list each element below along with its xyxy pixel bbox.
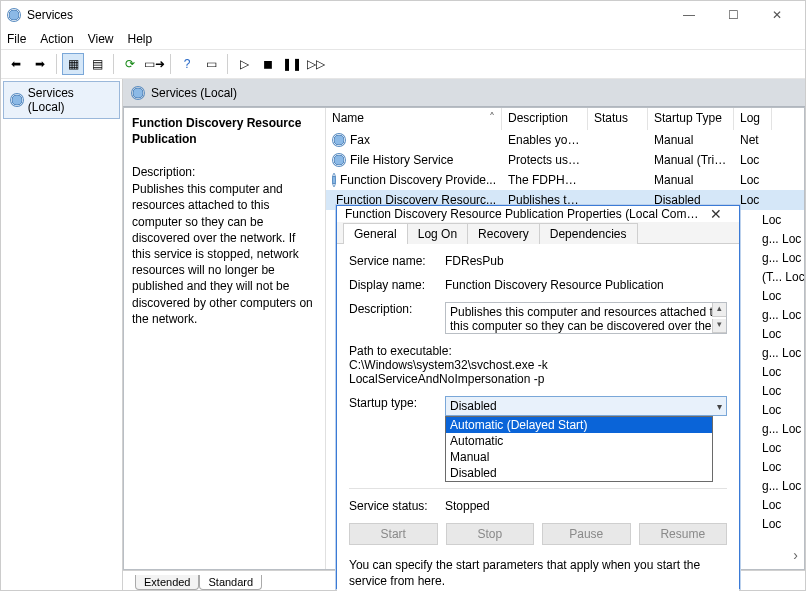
label-description: Description: [349,302,445,316]
col-startup[interactable]: Startup Type [648,108,734,130]
service-properties-dialog: Function Discovery Resource Publication … [336,205,740,589]
value-service-status: Stopped [445,499,727,513]
cell: Manual (Trig... [648,153,734,167]
cell: (T... Loc [756,267,804,286]
col-status[interactable]: Status [588,108,648,130]
scroll-right-icon[interactable]: › [793,547,798,563]
scroll-down-icon[interactable]: ▾ [712,319,726,333]
tab-recovery[interactable]: Recovery [467,223,540,244]
cell: Fax [350,133,370,147]
forward-button[interactable]: ➡ [29,53,51,75]
value-display-name: Function Discovery Resource Publication [445,278,727,292]
pause-service-button[interactable]: ❚❚ [281,53,303,75]
option-automatic-delayed[interactable]: Automatic (Delayed Start) [446,417,712,433]
startup-type-combo[interactable]: Disabled ▾ [445,396,727,416]
menu-file[interactable]: File [7,32,26,46]
services-icon [10,93,24,107]
description-box[interactable]: Publishes this computer and resources at… [445,302,727,334]
menu-help[interactable]: Help [128,32,153,46]
label-service-status: Service status: [349,499,445,513]
start-service-button[interactable]: ▷ [233,53,255,75]
detail-view-button[interactable]: ▦ [62,53,84,75]
cell: Protects use... [502,153,588,167]
cell: Loc [756,495,804,514]
minimize-button[interactable]: — [667,1,711,29]
cell: The FDPHO... [502,173,588,187]
window-controls: — ☐ ✕ [667,1,799,29]
option-manual[interactable]: Manual [446,449,712,465]
cell: File History Service [350,153,453,167]
cell: Enables you... [502,133,588,147]
menu-view[interactable]: View [88,32,114,46]
cell: g... Loc [756,343,804,362]
cell: Function Discovery Provide... [340,173,496,187]
back-button[interactable]: ⬅ [5,53,27,75]
cell: g... Loc [756,305,804,324]
toolbar-separator [56,54,57,74]
start-button[interactable]: Start [349,523,438,545]
label-startup-type: Startup type: [349,396,445,410]
tab-log-on[interactable]: Log On [407,223,468,244]
menu-action[interactable]: Action [40,32,73,46]
window-title: Services [27,8,667,22]
cell: g... Loc [756,248,804,267]
tab-dependencies[interactable]: Dependencies [539,223,638,244]
toolbar-separator [227,54,228,74]
cell: Loc [756,400,804,419]
dialog-title-text: Function Discovery Resource Publication … [345,207,701,221]
service-row[interactable]: File History Service Protects use... Man… [326,150,804,170]
services-icon [131,86,145,100]
tab-standard[interactable]: Standard [199,575,262,590]
detail-desc-label: Description: [132,165,317,179]
column-headers: Name Description Status Startup Type Log [326,108,804,130]
cell: Manual [648,133,734,147]
gear-icon [332,153,346,167]
col-name[interactable]: Name [326,108,502,130]
label-path: Path to executable: [349,344,727,358]
stop-button[interactable]: Stop [446,523,535,545]
cell: Loc [756,362,804,381]
properties-button[interactable]: ▭ [200,53,222,75]
content-header-title: Services (Local) [151,86,237,100]
tab-extended[interactable]: Extended [135,575,199,590]
resume-button[interactable]: Resume [639,523,728,545]
option-disabled[interactable]: Disabled [446,465,712,481]
dialog-tabs: General Log On Recovery Dependencies [337,222,739,244]
tree-root-label: Services (Local) [28,86,113,114]
titlebar: Services — ☐ ✕ [1,1,805,29]
detail-desc-text: Publishes this computer and resources at… [132,181,317,327]
cell: Net [734,133,772,147]
dialog-close-button[interactable]: ✕ [701,206,731,222]
maximize-button[interactable]: ☐ [711,1,755,29]
service-row[interactable]: Function Discovery Provide... The FDPHO.… [326,170,804,190]
service-control-buttons: Start Stop Pause Resume [349,523,727,545]
divider [349,488,727,489]
tree-root-services-local[interactable]: Services (Local) [3,81,120,119]
startup-type-value: Disabled [450,399,497,413]
col-logon[interactable]: Log [734,108,772,130]
refresh-button[interactable]: ⟳ [119,53,141,75]
option-automatic[interactable]: Automatic [446,433,712,449]
label-service-name: Service name: [349,254,445,268]
restart-service-button[interactable]: ▷▷ [305,53,327,75]
cell: g... Loc [756,229,804,248]
cell: Loc [756,286,804,305]
dialog-titlebar: Function Discovery Resource Publication … [337,206,739,222]
pause-button[interactable]: Pause [542,523,631,545]
tab-general[interactable]: General [343,223,408,244]
large-icons-button[interactable]: ▤ [86,53,108,75]
toolbar: ⬅ ➡ ▦ ▤ ⟳ ▭➜ ? ▭ ▷ ◼ ❚❚ ▷▷ [1,49,805,79]
stop-service-button[interactable]: ◼ [257,53,279,75]
export-button[interactable]: ▭➜ [143,53,165,75]
scroll-up-icon[interactable]: ▴ [712,303,726,317]
close-button[interactable]: ✕ [755,1,799,29]
detail-pane: Function Discovery Resource Publication … [124,108,326,569]
toolbar-separator [170,54,171,74]
help-button[interactable]: ? [176,53,198,75]
chevron-down-icon: ▾ [717,401,722,412]
service-row[interactable]: Fax Enables you... Manual Net [326,130,804,150]
cell: Loc [756,457,804,476]
col-description[interactable]: Description [502,108,588,130]
cell: Loc [756,324,804,343]
content-header: Services (Local) [123,79,805,107]
